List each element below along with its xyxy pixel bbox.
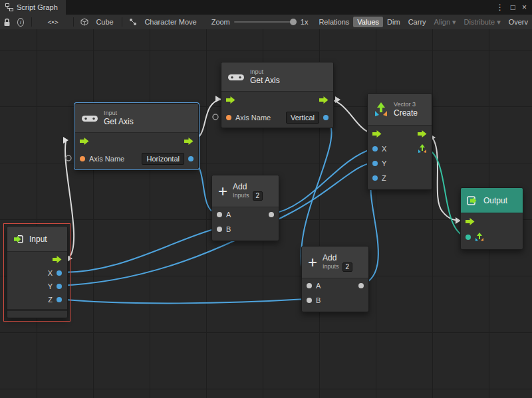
tab-bar: Script Graph ⋮ □ × bbox=[0, 0, 532, 15]
sum-out-port[interactable] bbox=[269, 212, 274, 217]
close-icon[interactable]: × bbox=[522, 3, 527, 11]
port-label: Z bbox=[382, 174, 386, 182]
distribute-label: Distribute bbox=[464, 18, 495, 26]
vector3-type-icon bbox=[475, 233, 484, 242]
lock-icon[interactable] bbox=[3, 18, 11, 27]
maximize-icon[interactable]: □ bbox=[511, 3, 515, 11]
x-in-port[interactable] bbox=[372, 146, 378, 151]
inputs-label: Inputs bbox=[323, 263, 339, 270]
flow-in-port[interactable] bbox=[372, 130, 382, 138]
node-title: Get Axis bbox=[104, 117, 134, 126]
tab-script-graph[interactable]: Script Graph bbox=[0, 0, 66, 15]
node-input[interactable]: Input X Y Z bbox=[7, 226, 68, 318]
output-icon bbox=[467, 196, 478, 205]
node-get-axis-horizontal[interactable]: Input Get Axis Axis Name Horizontal bbox=[74, 103, 199, 169]
info-icon[interactable]: i bbox=[17, 18, 24, 27]
port-label: X bbox=[382, 145, 386, 153]
unconnected-port-indicator[interactable] bbox=[213, 114, 218, 120]
wire-input-x-to-add1-b[interactable] bbox=[59, 229, 216, 272]
toolbar-divider bbox=[31, 17, 32, 27]
vector3-icon bbox=[374, 102, 388, 117]
graph-toolbar: i <•> Cube Character Move Zoom 1x Relati… bbox=[0, 15, 532, 30]
node-title: Input bbox=[29, 235, 47, 244]
align-dropdown[interactable]: Align ▾ bbox=[430, 17, 460, 28]
value-in-port[interactable] bbox=[466, 235, 471, 240]
value-out-port[interactable] bbox=[188, 156, 194, 161]
toolbar-divider bbox=[73, 17, 74, 27]
script-graph-window: Script Graph ⋮ □ × i <•> Cube bbox=[0, 0, 532, 398]
axis-name-port[interactable] bbox=[226, 115, 231, 120]
port-label: A bbox=[226, 211, 231, 219]
cube-icon bbox=[80, 18, 88, 26]
flow-out-port[interactable] bbox=[418, 130, 427, 138]
values-button[interactable]: Values bbox=[353, 17, 383, 27]
sum-out-port[interactable] bbox=[358, 283, 364, 288]
wire-input-z-to-add2-b[interactable] bbox=[59, 299, 306, 303]
graph-canvas[interactable]: Input Get Axis Axis Name Vertical bbox=[0, 29, 532, 398]
zoom-slider[interactable] bbox=[234, 21, 297, 23]
node-header: Input bbox=[7, 227, 67, 252]
port-label: Y bbox=[48, 282, 53, 290]
param-label: Axis Name bbox=[89, 155, 124, 163]
x-out-port[interactable] bbox=[57, 270, 62, 276]
node-vector3-create[interactable]: Vector 3 Create X Y bbox=[367, 93, 432, 190]
inputs-count-field[interactable]: 2 bbox=[253, 191, 263, 201]
axis-name-field[interactable]: Horizontal bbox=[142, 153, 184, 165]
z-out-port[interactable] bbox=[57, 297, 62, 302]
port-label: B bbox=[316, 296, 321, 304]
node-header: + Add Inputs2 bbox=[302, 247, 368, 278]
script-graph-icon bbox=[5, 3, 13, 11]
input-a-port[interactable] bbox=[217, 212, 222, 217]
input-icon bbox=[13, 235, 24, 244]
menu-icon[interactable]: ⋮ bbox=[496, 3, 504, 11]
relations-button[interactable]: Relations bbox=[315, 17, 353, 27]
flow-in-port[interactable] bbox=[466, 218, 475, 225]
add-icon: + bbox=[218, 184, 227, 199]
unconnected-port-indicator[interactable] bbox=[66, 155, 71, 161]
overview-button[interactable]: Overv bbox=[505, 17, 532, 27]
z-in-port[interactable] bbox=[372, 175, 378, 181]
flow-out-port[interactable] bbox=[184, 138, 194, 145]
y-in-port[interactable] bbox=[372, 161, 378, 166]
node-title: Get Axis bbox=[250, 76, 280, 85]
edit-graph-icon[interactable]: <•> bbox=[48, 19, 58, 26]
node-get-axis-vertical[interactable]: Input Get Axis Axis Name Vertical bbox=[221, 62, 334, 128]
param-label: Axis Name bbox=[235, 114, 271, 122]
axis-name-field[interactable]: Vertical bbox=[286, 112, 319, 124]
node-output[interactable]: Output bbox=[460, 187, 523, 250]
add-icon: + bbox=[308, 255, 317, 270]
distribute-dropdown[interactable]: Distribute ▾ bbox=[460, 17, 505, 28]
carry-button[interactable]: Carry bbox=[404, 17, 430, 27]
node-header: Output bbox=[461, 188, 523, 213]
toolbar-divider bbox=[122, 17, 122, 27]
target-object-button[interactable]: Cube bbox=[92, 17, 117, 27]
vector3-result-port[interactable] bbox=[418, 144, 427, 153]
graph-asset-button[interactable]: Character Move bbox=[140, 17, 200, 27]
input-b-port[interactable] bbox=[217, 227, 222, 232]
flow-in-port[interactable] bbox=[226, 96, 235, 104]
zoom-label: Zoom bbox=[211, 18, 230, 26]
flow-out-port[interactable] bbox=[53, 256, 62, 263]
value-out-port[interactable] bbox=[323, 115, 329, 120]
node-add-1[interactable]: + Add Inputs2 A B bbox=[211, 175, 279, 241]
node-title: Add bbox=[323, 253, 352, 262]
port-label: B bbox=[226, 225, 231, 233]
node-category: Input bbox=[250, 68, 280, 76]
gamepad-icon bbox=[81, 113, 98, 124]
axis-name-port[interactable] bbox=[80, 156, 85, 161]
input-b-port[interactable] bbox=[307, 298, 312, 303]
wire-add1-to-vector3-x[interactable] bbox=[271, 149, 372, 214]
tab-title: Script Graph bbox=[17, 3, 58, 11]
node-footer bbox=[7, 309, 67, 318]
flow-in-port[interactable] bbox=[80, 138, 89, 145]
y-out-port[interactable] bbox=[57, 284, 62, 289]
flow-out-port[interactable] bbox=[319, 96, 329, 104]
node-header: Input Get Axis bbox=[75, 104, 198, 133]
node-category: Vector 3 bbox=[394, 101, 418, 108]
node-title: Create bbox=[394, 108, 418, 118]
zoom-slider-handle[interactable] bbox=[290, 19, 297, 25]
dim-button[interactable]: Dim bbox=[383, 17, 404, 27]
node-add-2[interactable]: + Add Inputs2 A B bbox=[301, 246, 369, 312]
inputs-count-field[interactable]: 2 bbox=[342, 262, 353, 272]
input-a-port[interactable] bbox=[307, 283, 312, 288]
